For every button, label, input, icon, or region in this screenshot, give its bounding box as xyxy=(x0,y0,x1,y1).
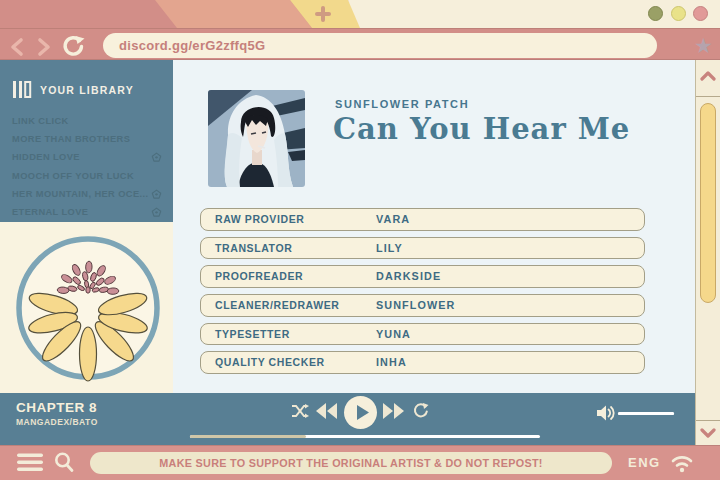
library-header-label: YOUR LIBRARY xyxy=(40,84,134,96)
credit-row: PROOFREADER DARKSIDE xyxy=(200,265,645,288)
progress-bar[interactable] xyxy=(190,435,540,438)
window-dot-pink[interactable] xyxy=(693,6,708,21)
volume-slider[interactable] xyxy=(618,412,674,415)
progress-played xyxy=(190,435,306,438)
credit-role: RAW PROVIDER xyxy=(215,213,304,225)
scroll-down-button[interactable] xyxy=(696,420,720,445)
series-title: Can You Hear Me xyxy=(333,112,630,146)
browser-window: discord.gg/erG2zffq5G ★ YOUR LIBRARY LIN… xyxy=(0,0,720,480)
active-tab[interactable] xyxy=(155,0,315,28)
sidebar-item-label: ETERNAL LOVE xyxy=(12,207,88,217)
sidebar-item-label: HIDDEN LOVE xyxy=(12,152,80,162)
volume-icon[interactable] xyxy=(596,404,616,422)
player-bar: CHAPTER 8 MANGADEX/BATO xyxy=(0,393,695,445)
library-list: LINK CLICK MORE THAN BROTHERS HIDDEN LOV… xyxy=(12,114,162,224)
search-icon[interactable] xyxy=(53,451,75,473)
flower-badge-icon xyxy=(151,189,162,200)
sidebar-item-eternal-love[interactable]: ETERNAL LOVE xyxy=(12,206,162,219)
credit-role: QUALITY CHECKER xyxy=(215,356,325,368)
previous-icon[interactable] xyxy=(316,403,338,419)
new-tab-plus-icon xyxy=(315,6,331,22)
repeat-icon[interactable] xyxy=(412,403,429,419)
next-icon[interactable] xyxy=(383,403,405,419)
credit-row: QUALITY CHECKER INHA xyxy=(200,351,645,374)
sidebar-item-label: MORE THAN BROTHERS xyxy=(12,134,130,144)
flower-badge-icon xyxy=(151,207,162,218)
window-dot-yellow[interactable] xyxy=(671,6,686,21)
bookmark-star-icon[interactable]: ★ xyxy=(694,33,713,59)
forward-icon[interactable] xyxy=(35,37,52,57)
credit-row: RAW PROVIDER VARA xyxy=(200,208,645,231)
bottom-bar: MAKE SURE TO SUPPORT THE ORIGINAL ARTIST… xyxy=(0,445,720,480)
credit-name: SUNFLOWER xyxy=(376,299,455,311)
chapter-label: CHAPTER 8 xyxy=(16,400,97,415)
play-button[interactable] xyxy=(344,396,377,429)
sidebar-item-mooch-off-your-luck[interactable]: MOOCH OFF YOUR LUCK xyxy=(12,169,162,182)
scrollbar xyxy=(695,60,720,445)
credit-name: VARA xyxy=(376,213,410,225)
sidebar-item-link-click[interactable]: LINK CLICK xyxy=(12,114,162,127)
series-cover-art xyxy=(208,90,305,187)
sidebar-item-label: LINK CLICK xyxy=(12,116,69,126)
refresh-icon[interactable] xyxy=(60,34,85,59)
main-content: SUNFLOWER PATCH Can You Hear Me RAW PROV… xyxy=(173,60,695,393)
library-header: YOUR LIBRARY xyxy=(12,80,134,99)
sidebar-item-more-than-brothers[interactable]: MORE THAN BROTHERS xyxy=(12,132,162,145)
sidebar-item-hidden-love[interactable]: HIDDEN LOVE xyxy=(12,151,162,164)
credit-name: LILY xyxy=(376,242,403,254)
credit-role: TYPESETTER xyxy=(215,328,290,340)
credits-list: RAW PROVIDER VARA TRANSLATOR LILY PROOFR… xyxy=(200,208,645,380)
source-label: MANGADEX/BATO xyxy=(16,417,98,427)
credit-name: INHA xyxy=(376,356,407,368)
credit-role: CLEANER/REDRAWER xyxy=(215,299,340,311)
flower-badge-icon xyxy=(151,152,162,163)
volume-level xyxy=(618,412,674,415)
credit-role: TRANSLATOR xyxy=(215,242,292,254)
sidebar-library: YOUR LIBRARY LINK CLICK MORE THAN BROTHE… xyxy=(0,60,173,222)
credit-name: DARKSIDE xyxy=(376,270,441,282)
credit-row: TRANSLATOR LILY xyxy=(200,237,645,260)
menu-icon[interactable] xyxy=(16,452,44,473)
sidebar-item-label: HER MOUNTAIN, HER OCE... xyxy=(12,189,149,199)
group-name: SUNFLOWER PATCH xyxy=(335,98,469,110)
credit-row: CLEANER/REDRAWER SUNFLOWER xyxy=(200,294,645,317)
back-icon[interactable] xyxy=(9,37,26,57)
scroll-up-button[interactable] xyxy=(696,60,720,97)
sunflower-logo xyxy=(8,230,168,390)
language-label[interactable]: ENG xyxy=(628,455,661,470)
wifi-icon xyxy=(668,450,696,474)
credit-name: YUNA xyxy=(376,328,411,340)
sidebar-logo-panel xyxy=(0,222,173,393)
tab-strip-background xyxy=(348,0,720,28)
library-icon xyxy=(12,80,32,99)
url-input[interactable]: discord.gg/erG2zffq5G xyxy=(103,33,657,58)
shuffle-icon[interactable] xyxy=(291,404,309,418)
window-dot-green[interactable] xyxy=(648,6,663,21)
support-notice: MAKE SURE TO SUPPORT THE ORIGINAL ARTIST… xyxy=(90,452,612,474)
scrollbar-thumb[interactable] xyxy=(700,103,716,303)
credit-row: TYPESETTER YUNA xyxy=(200,323,645,346)
tab-strip-divider xyxy=(0,28,720,29)
sidebar-item-label: MOOCH OFF YOUR LUCK xyxy=(12,171,134,181)
credit-role: PROOFREADER xyxy=(215,270,303,282)
sidebar-item-her-mountain-her-ocean[interactable]: HER MOUNTAIN, HER OCE... xyxy=(12,188,162,201)
